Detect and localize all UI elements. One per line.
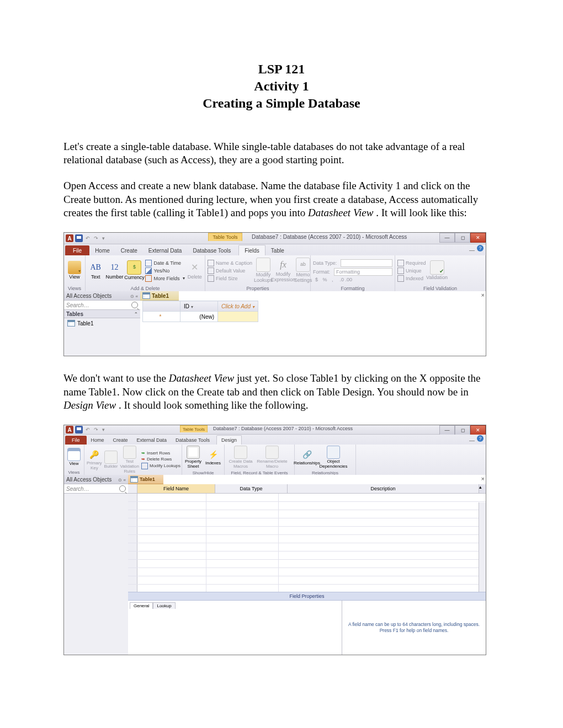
- header-data-type[interactable]: Data Type: [215, 484, 288, 493]
- indexes-button[interactable]: ⚡Indexes: [204, 448, 222, 466]
- currency-field-button[interactable]: $Currency: [125, 260, 143, 281]
- builder-button[interactable]: Builder: [104, 451, 118, 469]
- tab-fields[interactable]: Fields: [238, 245, 265, 255]
- nav-collapse-icon[interactable]: «: [136, 294, 138, 299]
- title-bar: A ↶ ↷ ▾ Table Tools Database7 : Database…: [64, 425, 486, 435]
- delete-rows-button[interactable]: ➥Delete Rows: [141, 457, 180, 462]
- tab-external-data[interactable]: External Data: [132, 436, 172, 445]
- vertical-scrollbar[interactable]: [479, 502, 486, 592]
- tab-create[interactable]: Create: [109, 436, 132, 445]
- tab-home[interactable]: Home: [89, 245, 115, 255]
- number-format-buttons[interactable]: $ % ,.0 .00: [313, 277, 392, 282]
- format-dropdown[interactable]: Formatting: [334, 268, 392, 276]
- insert-rows-button[interactable]: ➥Insert Rows: [141, 451, 180, 456]
- test-validation-button[interactable]: Test Validation Rules: [120, 446, 139, 474]
- redo-icon[interactable]: ↷: [93, 235, 99, 241]
- window-controls: — ◻ ✕: [439, 425, 486, 435]
- name-caption-button[interactable]: Name & Caption: [208, 260, 252, 266]
- yesno-field-button[interactable]: Yes/No: [145, 267, 184, 274]
- memo-settings-button[interactable]: abMemo Settings: [294, 258, 312, 283]
- tab-database-tools[interactable]: Database Tools: [171, 436, 214, 445]
- nav-search-input[interactable]: Search…: [66, 302, 89, 308]
- number-field-button[interactable]: 12Number: [105, 261, 123, 280]
- scroll-up-button[interactable]: ▴: [479, 484, 486, 493]
- undo-icon[interactable]: ↶: [84, 427, 91, 432]
- nav-pane-header[interactable]: All Access Objects: [66, 293, 111, 299]
- view-button[interactable]: ▾ View: [66, 261, 83, 280]
- close-table-button[interactable]: ×: [481, 475, 485, 482]
- tab-design[interactable]: Design: [216, 435, 242, 445]
- window-controls: — ◻ ✕: [439, 233, 486, 243]
- qat-customize-icon[interactable]: ▾: [101, 235, 106, 241]
- nav-section-tables[interactable]: Tables: [66, 311, 83, 317]
- tab-home[interactable]: Home: [87, 436, 109, 445]
- close-table-button[interactable]: ×: [481, 292, 485, 298]
- object-dependencies-button[interactable]: Object Dependencies: [319, 446, 348, 469]
- nav-search-input[interactable]: Search…: [66, 486, 89, 492]
- primary-key-button[interactable]: 🔑Primary Key: [87, 448, 102, 471]
- close-button[interactable]: ✕: [470, 425, 486, 435]
- maximize-button[interactable]: ◻: [455, 425, 470, 435]
- search-icon[interactable]: [119, 485, 126, 492]
- datatype-dropdown[interactable]: [341, 259, 392, 267]
- nav-filter-icon[interactable]: ⊙: [118, 478, 122, 483]
- tab-create[interactable]: Create: [115, 245, 143, 255]
- more-fields-button[interactable]: More Fields▾: [145, 275, 184, 282]
- document-area: × Table1 Field Name Data Type Descriptio…: [128, 475, 486, 655]
- nav-collapse-icon[interactable]: «: [124, 478, 126, 483]
- required-checkbox[interactable]: Required: [397, 260, 426, 266]
- datasheet-grid[interactable]: ID ▾ Click to Add ▾ * (New): [142, 301, 258, 322]
- nav-filter-icon[interactable]: ⊙: [130, 294, 134, 299]
- ribbon-minimize-icon[interactable]: [469, 436, 475, 441]
- minimize-button[interactable]: —: [439, 425, 455, 435]
- unique-checkbox[interactable]: Unique: [397, 267, 426, 274]
- validation-button[interactable]: ✔Validation: [428, 260, 446, 281]
- document-tab-table1[interactable]: Table1: [128, 475, 163, 484]
- undo-icon[interactable]: ↶: [84, 235, 91, 241]
- help-icon[interactable]: ?: [477, 435, 484, 442]
- field-properties-pane[interactable]: General Lookup: [128, 601, 342, 655]
- default-value-button[interactable]: Default Value: [208, 267, 252, 274]
- redo-icon[interactable]: ↷: [93, 427, 99, 432]
- field-size-button[interactable]: Field Size: [208, 275, 252, 282]
- properties-tab-lookup[interactable]: Lookup: [153, 602, 175, 609]
- rename-delete-macro-button[interactable]: Rename/Delete Macro: [257, 446, 288, 469]
- field-properties-help: A field name can be up to 64 characters …: [342, 601, 486, 655]
- nav-item-table1[interactable]: Table1: [64, 318, 140, 328]
- save-icon[interactable]: [75, 426, 83, 433]
- section-collapse-icon[interactable]: ⌃: [134, 312, 138, 317]
- ribbon-minimize-icon[interactable]: [469, 246, 475, 251]
- header-field-name[interactable]: Field Name: [137, 484, 215, 493]
- maximize-button[interactable]: ◻: [455, 233, 470, 243]
- screenshot-datasheet-view: A ↶ ↷ ▾ Table Tools Database7 : Database…: [63, 232, 486, 356]
- properties-tab-general[interactable]: General: [130, 602, 153, 609]
- datetime-field-button[interactable]: Date & Time: [145, 260, 184, 266]
- help-icon[interactable]: ?: [477, 245, 484, 251]
- tab-file[interactable]: File: [65, 436, 87, 445]
- tab-external-data[interactable]: External Data: [143, 245, 188, 255]
- tab-table[interactable]: Table: [265, 245, 290, 255]
- view-button[interactable]: View: [66, 448, 82, 467]
- delete-field-button[interactable]: ✕Delete: [187, 261, 203, 280]
- text-field-button[interactable]: ABText: [88, 261, 103, 280]
- design-grid[interactable]: [128, 494, 486, 592]
- property-sheet-button[interactable]: Property Sheet: [184, 446, 202, 469]
- indexed-checkbox[interactable]: Indexed: [397, 275, 426, 282]
- design-grid-header: Field Name Data Type Description ▴: [128, 484, 486, 494]
- header-description[interactable]: Description: [288, 484, 479, 493]
- modify-lookups-button[interactable]: Modify Lookups: [254, 258, 272, 283]
- minimize-button[interactable]: —: [439, 233, 455, 243]
- nav-pane-header[interactable]: All Access Objects: [66, 477, 111, 483]
- modify-expression-button[interactable]: fxModify Expression: [274, 258, 292, 283]
- new-cell[interactable]: [218, 312, 258, 322]
- modify-lookups-button[interactable]: Modify Lookups: [141, 463, 180, 469]
- create-data-macros-button[interactable]: Create Data Macros: [227, 446, 254, 469]
- document-tab-table1[interactable]: Table1: [140, 291, 179, 301]
- tab-file[interactable]: File: [65, 245, 89, 255]
- qat-customize-icon[interactable]: ▾: [101, 427, 106, 432]
- save-icon[interactable]: [75, 234, 83, 242]
- close-button[interactable]: ✕: [470, 233, 486, 243]
- tab-database-tools[interactable]: Database Tools: [187, 245, 236, 255]
- search-icon[interactable]: [131, 302, 138, 308]
- relationships-button[interactable]: 🔗Relationships: [297, 448, 317, 466]
